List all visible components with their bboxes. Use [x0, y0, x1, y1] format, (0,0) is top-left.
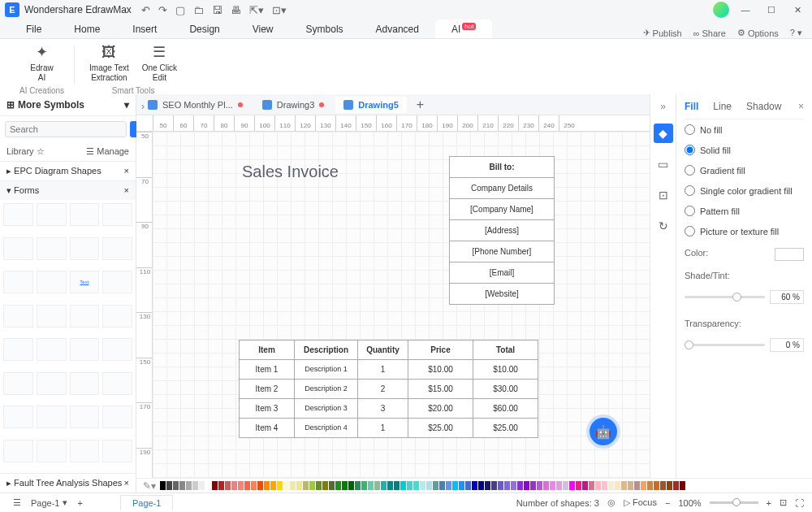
transparency-slider[interactable] [685, 344, 765, 346]
color-swatch[interactable] [355, 481, 361, 490]
color-swatch[interactable] [563, 481, 568, 490]
color-swatch[interactable] [628, 481, 633, 490]
close-icon[interactable]: × [124, 185, 129, 196]
color-swatch[interactable] [387, 481, 393, 490]
form-thumb[interactable] [3, 406, 33, 428]
form-thumb[interactable] [102, 406, 132, 428]
color-swatch[interactable] [407, 481, 412, 490]
color-swatch[interactable] [634, 481, 640, 490]
color-swatch[interactable] [316, 481, 322, 490]
color-swatch[interactable] [602, 481, 607, 490]
color-swatch[interactable] [218, 481, 224, 490]
color-swatch[interactable] [413, 481, 419, 490]
invoice-title-text[interactable]: Sales Invoice [242, 163, 339, 181]
color-swatch[interactable] [225, 481, 231, 490]
table-cell[interactable]: Description 3 [295, 399, 358, 419]
close-icon[interactable]: × [124, 478, 129, 488]
table-row[interactable]: Item 2Description 22$15.00$30.00 [240, 380, 538, 399]
form-thumb[interactable] [102, 440, 132, 462]
fill-option[interactable]: Single color gradient fill [685, 180, 804, 201]
color-swatch[interactable] [257, 481, 263, 490]
form-thumb[interactable] [70, 305, 100, 328]
shade-slider[interactable] [685, 296, 765, 298]
menu-advanced[interactable]: Advanced [360, 20, 435, 38]
page-tool-icon[interactable]: ▭ [654, 154, 673, 174]
dropper-icon[interactable]: ✎▾ [143, 480, 156, 492]
color-swatch[interactable] [199, 481, 205, 490]
form-thumb[interactable]: Text [70, 271, 100, 293]
color-swatch[interactable] [478, 481, 484, 490]
export-icon[interactable]: ⇱▾ [249, 4, 264, 16]
color-swatch[interactable] [595, 481, 601, 490]
form-thumb[interactable] [3, 271, 33, 293]
expand-right-icon[interactable]: » [660, 101, 666, 112]
table-row[interactable]: Item 3Description 33$20.00$60.00 [240, 399, 538, 419]
table-header[interactable]: Total [473, 341, 538, 360]
page-list-icon[interactable]: ☰ [8, 497, 26, 508]
doc-tab[interactable]: Drawing5 [335, 97, 407, 113]
form-thumb[interactable] [102, 372, 132, 395]
table-cell[interactable]: Item 1 [240, 360, 295, 380]
color-swatch[interactable] [654, 481, 659, 490]
color-swatch[interactable] [459, 481, 464, 490]
color-swatch[interactable] [296, 481, 302, 490]
table-cell[interactable]: 1 [358, 419, 408, 438]
color-swatch[interactable] [775, 248, 804, 261]
table-cell[interactable]: $30.00 [473, 380, 538, 399]
save-icon[interactable]: 🖫 [212, 4, 222, 16]
color-swatch[interactable] [277, 481, 283, 490]
color-swatch[interactable] [303, 481, 309, 490]
menu-ai[interactable]: AIhot [435, 20, 492, 38]
form-thumb[interactable] [70, 338, 100, 361]
zoom-in-button[interactable]: + [767, 498, 771, 508]
table-cell[interactable]: Description 2 [295, 380, 358, 399]
billto-cell[interactable]: [Company Name] [450, 199, 554, 220]
color-swatch[interactable] [543, 481, 549, 490]
color-swatch[interactable] [290, 481, 296, 490]
billto-cell[interactable]: [Address] [450, 220, 554, 241]
color-swatch[interactable] [381, 481, 387, 490]
menu-design[interactable]: Design [173, 20, 235, 38]
transparency-value[interactable]: 0 % [770, 338, 804, 352]
color-swatch[interactable] [621, 481, 627, 490]
color-swatch[interactable] [309, 481, 315, 490]
minimize-button[interactable]: — [736, 2, 755, 18]
form-thumb[interactable] [102, 237, 132, 260]
items-table[interactable]: ItemDescriptionQuantityPriceTotalItem 1D… [239, 340, 538, 438]
billto-cell[interactable]: [Website] [450, 284, 554, 304]
color-swatch[interactable] [322, 481, 328, 490]
billto-cell[interactable]: [Phone Number] [450, 241, 554, 263]
color-swatch[interactable] [394, 481, 400, 490]
form-thumb[interactable] [3, 440, 33, 462]
table-cell[interactable]: 1 [358, 360, 408, 380]
share-button[interactable]: ∞Share [693, 28, 726, 38]
shade-value[interactable]: 60 % [770, 290, 804, 304]
billto-cell[interactable]: Company Details [450, 178, 554, 199]
table-cell[interactable]: Item 2 [240, 380, 295, 399]
color-swatch[interactable] [433, 481, 438, 490]
form-thumb[interactable] [3, 305, 33, 328]
color-swatch[interactable] [212, 481, 218, 490]
color-swatch[interactable] [647, 481, 653, 490]
color-swatch[interactable] [361, 481, 367, 490]
table-header[interactable]: Price [408, 341, 473, 360]
form-thumb[interactable] [3, 237, 33, 260]
symbol-search-input[interactable] [5, 121, 127, 137]
table-cell[interactable]: $15.00 [408, 380, 473, 399]
fill-option[interactable]: No fill [685, 119, 804, 140]
color-swatch[interactable] [264, 481, 270, 490]
color-swatch[interactable] [166, 481, 172, 490]
color-swatch[interactable] [485, 481, 490, 490]
color-swatch[interactable] [186, 481, 192, 490]
options-button[interactable]: ⚙Options [737, 28, 779, 38]
zoom-value[interactable]: 100% [678, 498, 701, 508]
form-thumb[interactable] [102, 203, 132, 226]
form-thumb[interactable] [37, 271, 67, 293]
color-swatch[interactable] [537, 481, 542, 490]
billto-cell[interactable]: [Email] [450, 263, 554, 284]
color-swatch[interactable] [179, 481, 185, 490]
color-swatch[interactable] [498, 481, 503, 490]
color-swatch[interactable] [452, 481, 458, 490]
close-panel-icon[interactable]: × [798, 101, 804, 112]
table-header[interactable]: Description [295, 341, 358, 360]
